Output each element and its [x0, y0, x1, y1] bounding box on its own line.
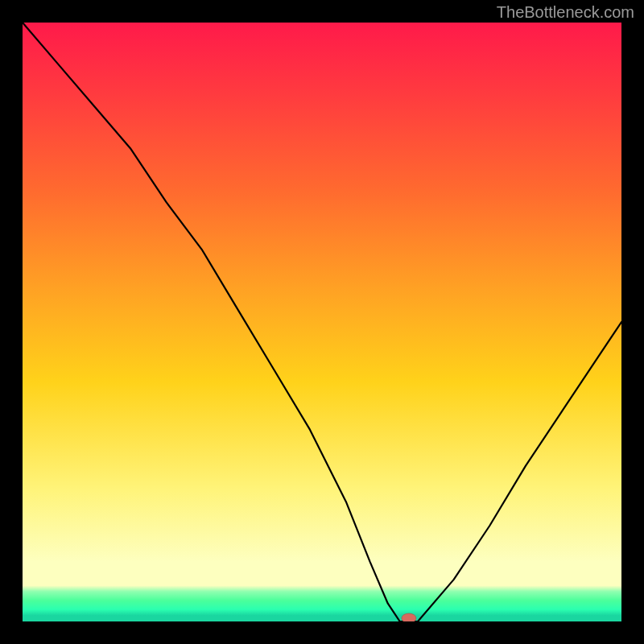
plot-area — [23, 23, 621, 621]
chart-frame: TheBottleneck.com — [0, 0, 644, 644]
curve-svg — [23, 23, 621, 621]
watermark-text: TheBottleneck.com — [497, 3, 634, 22]
optimal-point-marker — [402, 613, 416, 621]
bottleneck-curve — [23, 23, 621, 621]
